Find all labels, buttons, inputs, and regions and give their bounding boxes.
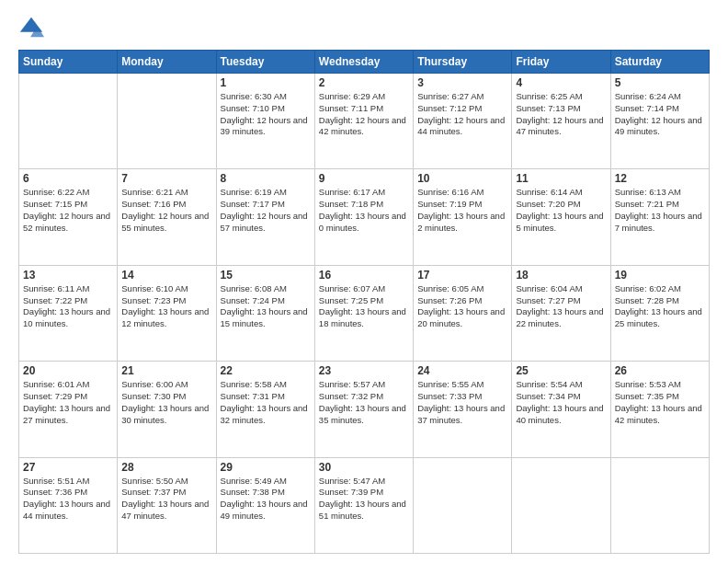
day-info: Sunrise: 6:21 AM Sunset: 7:16 PM Dayligh…: [121, 187, 211, 234]
day-number: 3: [417, 76, 507, 89]
calendar-cell: [610, 457, 709, 553]
week-row-1: 1Sunrise: 6:30 AM Sunset: 7:10 PM Daylig…: [19, 74, 710, 169]
day-info: Sunrise: 6:22 AM Sunset: 7:15 PM Dayligh…: [23, 187, 113, 234]
day-number: 14: [121, 269, 211, 282]
calendar-cell: 21Sunrise: 6:00 AM Sunset: 7:30 PM Dayli…: [118, 362, 216, 457]
day-number: 9: [319, 172, 409, 185]
day-info: Sunrise: 6:19 AM Sunset: 7:17 PM Dayligh…: [221, 187, 311, 234]
day-info: Sunrise: 6:04 AM Sunset: 7:27 PM Dayligh…: [516, 283, 606, 330]
calendar-cell: 12Sunrise: 6:13 AM Sunset: 7:21 PM Dayli…: [610, 169, 709, 265]
day-info: Sunrise: 6:13 AM Sunset: 7:21 PM Dayligh…: [615, 187, 705, 234]
calendar-cell: 3Sunrise: 6:27 AM Sunset: 7:12 PM Daylig…: [414, 74, 512, 169]
day-info: Sunrise: 5:55 AM Sunset: 7:33 PM Dayligh…: [417, 379, 507, 426]
weekday-header-thursday: Thursday: [414, 51, 512, 74]
week-row-3: 13Sunrise: 6:11 AM Sunset: 7:22 PM Dayli…: [19, 265, 710, 361]
day-info: Sunrise: 6:27 AM Sunset: 7:12 PM Dayligh…: [417, 91, 507, 138]
calendar-cell: 22Sunrise: 5:58 AM Sunset: 7:31 PM Dayli…: [216, 362, 314, 457]
day-number: 20: [23, 364, 113, 377]
day-number: 25: [516, 364, 606, 377]
calendar-cell: 17Sunrise: 6:05 AM Sunset: 7:26 PM Dayli…: [414, 265, 512, 361]
calendar-cell: 30Sunrise: 5:47 AM Sunset: 7:39 PM Dayli…: [314, 457, 413, 553]
day-info: Sunrise: 6:05 AM Sunset: 7:26 PM Dayligh…: [417, 283, 507, 330]
day-info: Sunrise: 5:58 AM Sunset: 7:31 PM Dayligh…: [221, 379, 311, 426]
day-info: Sunrise: 5:47 AM Sunset: 7:39 PM Dayligh…: [319, 476, 409, 523]
day-info: Sunrise: 5:51 AM Sunset: 7:36 PM Dayligh…: [23, 476, 113, 523]
day-number: 18: [516, 269, 606, 282]
day-number: 30: [319, 461, 409, 474]
day-info: Sunrise: 5:49 AM Sunset: 7:38 PM Dayligh…: [221, 476, 311, 523]
day-number: 13: [23, 269, 113, 282]
day-info: Sunrise: 6:02 AM Sunset: 7:28 PM Dayligh…: [615, 283, 705, 330]
weekday-header-wednesday: Wednesday: [314, 51, 413, 74]
day-number: 21: [121, 364, 211, 377]
day-info: Sunrise: 5:53 AM Sunset: 7:35 PM Dayligh…: [615, 379, 705, 426]
week-row-2: 6Sunrise: 6:22 AM Sunset: 7:15 PM Daylig…: [19, 169, 710, 265]
day-info: Sunrise: 6:08 AM Sunset: 7:24 PM Dayligh…: [221, 283, 311, 330]
calendar: SundayMondayTuesdayWednesdayThursdayFrid…: [18, 50, 710, 554]
calendar-cell: [118, 74, 216, 169]
day-number: 1: [221, 76, 311, 89]
calendar-cell: 15Sunrise: 6:08 AM Sunset: 7:24 PM Dayli…: [216, 265, 314, 361]
day-info: Sunrise: 6:17 AM Sunset: 7:18 PM Dayligh…: [319, 187, 409, 234]
calendar-cell: 19Sunrise: 6:02 AM Sunset: 7:28 PM Dayli…: [610, 265, 709, 361]
day-number: 6: [23, 172, 113, 185]
day-number: 17: [417, 269, 507, 282]
calendar-cell: 27Sunrise: 5:51 AM Sunset: 7:36 PM Dayli…: [19, 457, 118, 553]
day-number: 7: [121, 172, 211, 185]
calendar-cell: 7Sunrise: 6:21 AM Sunset: 7:16 PM Daylig…: [118, 169, 216, 265]
day-info: Sunrise: 6:30 AM Sunset: 7:10 PM Dayligh…: [221, 91, 311, 138]
calendar-cell: 1Sunrise: 6:30 AM Sunset: 7:10 PM Daylig…: [216, 74, 314, 169]
calendar-cell: 9Sunrise: 6:17 AM Sunset: 7:18 PM Daylig…: [314, 169, 413, 265]
day-number: 24: [417, 364, 507, 377]
day-info: Sunrise: 6:25 AM Sunset: 7:13 PM Dayligh…: [516, 91, 606, 138]
day-info: Sunrise: 6:01 AM Sunset: 7:29 PM Dayligh…: [23, 379, 113, 426]
day-number: 26: [615, 364, 705, 377]
weekday-header-sunday: Sunday: [19, 51, 118, 74]
day-number: 11: [516, 172, 606, 185]
day-info: Sunrise: 6:07 AM Sunset: 7:25 PM Dayligh…: [319, 283, 409, 330]
day-number: 28: [121, 461, 211, 474]
day-info: Sunrise: 5:54 AM Sunset: 7:34 PM Dayligh…: [516, 379, 606, 426]
calendar-cell: 23Sunrise: 5:57 AM Sunset: 7:32 PM Dayli…: [314, 362, 413, 457]
day-info: Sunrise: 6:10 AM Sunset: 7:23 PM Dayligh…: [121, 283, 211, 330]
day-number: 5: [615, 76, 705, 89]
page: SundayMondayTuesdayWednesdayThursdayFrid…: [0, 0, 728, 563]
calendar-cell: 4Sunrise: 6:25 AM Sunset: 7:13 PM Daylig…: [512, 74, 610, 169]
logo-icon: [18, 15, 44, 40]
week-row-5: 27Sunrise: 5:51 AM Sunset: 7:36 PM Dayli…: [19, 457, 710, 553]
weekday-header-row: SundayMondayTuesdayWednesdayThursdayFrid…: [19, 51, 710, 74]
day-number: 10: [417, 172, 507, 185]
weekday-header-friday: Friday: [512, 51, 610, 74]
day-number: 4: [516, 76, 606, 89]
calendar-cell: 5Sunrise: 6:24 AM Sunset: 7:14 PM Daylig…: [610, 74, 709, 169]
day-number: 12: [615, 172, 705, 185]
day-number: 15: [221, 269, 311, 282]
day-number: 23: [319, 364, 409, 377]
day-info: Sunrise: 6:24 AM Sunset: 7:14 PM Dayligh…: [615, 91, 705, 138]
calendar-cell: [414, 457, 512, 553]
logo: [18, 15, 48, 40]
calendar-cell: 16Sunrise: 6:07 AM Sunset: 7:25 PM Dayli…: [314, 265, 413, 361]
calendar-cell: 11Sunrise: 6:14 AM Sunset: 7:20 PM Dayli…: [512, 169, 610, 265]
weekday-header-tuesday: Tuesday: [216, 51, 314, 74]
calendar-cell: [512, 457, 610, 553]
calendar-cell: 28Sunrise: 5:50 AM Sunset: 7:37 PM Dayli…: [118, 457, 216, 553]
calendar-cell: 8Sunrise: 6:19 AM Sunset: 7:17 PM Daylig…: [216, 169, 314, 265]
day-number: 16: [319, 269, 409, 282]
calendar-cell: 20Sunrise: 6:01 AM Sunset: 7:29 PM Dayli…: [19, 362, 118, 457]
day-info: Sunrise: 5:50 AM Sunset: 7:37 PM Dayligh…: [121, 476, 211, 523]
calendar-cell: 10Sunrise: 6:16 AM Sunset: 7:19 PM Dayli…: [414, 169, 512, 265]
weekday-header-monday: Monday: [118, 51, 216, 74]
calendar-cell: 13Sunrise: 6:11 AM Sunset: 7:22 PM Dayli…: [19, 265, 118, 361]
calendar-cell: 14Sunrise: 6:10 AM Sunset: 7:23 PM Dayli…: [118, 265, 216, 361]
calendar-cell: 26Sunrise: 5:53 AM Sunset: 7:35 PM Dayli…: [610, 362, 709, 457]
day-info: Sunrise: 6:14 AM Sunset: 7:20 PM Dayligh…: [516, 187, 606, 234]
day-number: 8: [221, 172, 311, 185]
day-number: 2: [319, 76, 409, 89]
weekday-header-saturday: Saturday: [610, 51, 709, 74]
day-number: 29: [221, 461, 311, 474]
calendar-cell: 24Sunrise: 5:55 AM Sunset: 7:33 PM Dayli…: [414, 362, 512, 457]
day-info: Sunrise: 6:00 AM Sunset: 7:30 PM Dayligh…: [121, 379, 211, 426]
header: [18, 15, 710, 40]
day-number: 22: [221, 364, 311, 377]
